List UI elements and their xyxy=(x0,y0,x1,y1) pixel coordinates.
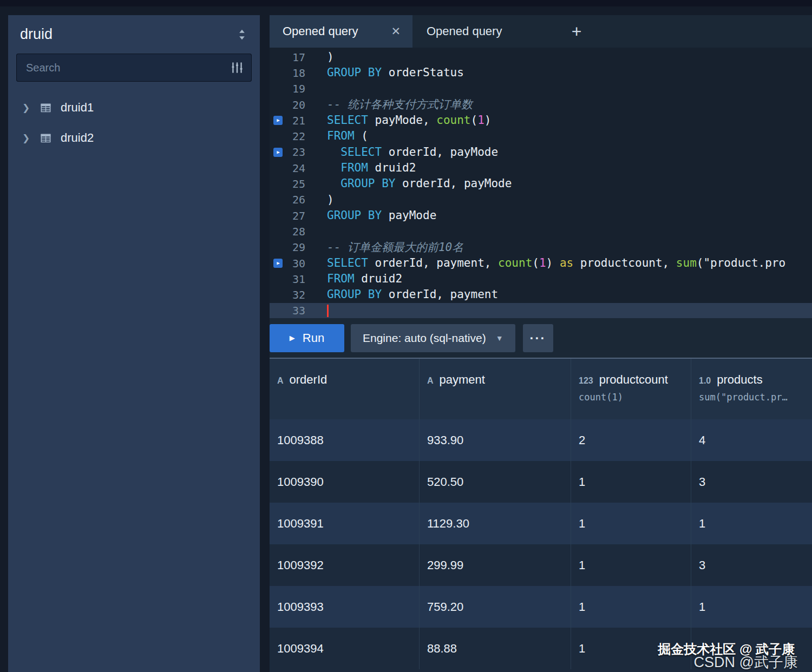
table-cell: 1009394 xyxy=(270,628,420,669)
text-cursor xyxy=(327,305,329,317)
code-text: FROM ( xyxy=(327,128,368,144)
close-tab-icon[interactable]: ✕ xyxy=(391,25,401,38)
search-box xyxy=(16,54,252,82)
column-type-icon: A xyxy=(277,376,284,386)
column-name: orderId xyxy=(290,373,328,387)
column-name: products xyxy=(717,373,762,387)
chevron-right-icon[interactable]: ❯ xyxy=(22,102,31,114)
code-line[interactable]: 22FROM ( xyxy=(270,128,812,144)
code-line[interactable]: 29-- 订单金额最大的前10名 xyxy=(270,240,812,255)
engine-select[interactable]: Engine: auto (sql-native) ▼ xyxy=(351,324,515,352)
code-token: count xyxy=(436,114,470,127)
filter-sliders-icon[interactable] xyxy=(230,61,244,75)
code-line[interactable]: 33 xyxy=(270,303,812,318)
column-header-products[interactable]: 1.0productssum("product.pr… xyxy=(691,359,812,419)
line-number: 29 xyxy=(283,241,305,254)
code-line[interactable]: 26) xyxy=(270,192,812,208)
code-token: druid2 xyxy=(355,272,403,285)
column-header-payment[interactable]: Apayment xyxy=(420,359,571,419)
code-line[interactable]: ▶23 SELECT orderId, payMode xyxy=(270,144,812,160)
code-token: SELECT xyxy=(327,114,368,127)
add-tab-button[interactable]: + xyxy=(547,15,606,48)
tab-bar: Opened query ✕ Opened query + xyxy=(270,15,812,48)
code-token: -- 订单金额最大的前10名 xyxy=(327,241,463,254)
gutter: 24 xyxy=(270,162,305,175)
gutter: 27 xyxy=(270,209,305,222)
run-button-label: Run xyxy=(303,331,324,345)
code-token: orderId, payment xyxy=(382,288,498,301)
code-text: ) xyxy=(327,192,334,208)
line-number: 21 xyxy=(283,114,305,127)
tab-opened-query-1[interactable]: Opened query ✕ xyxy=(270,15,412,48)
code-token: productcount, xyxy=(573,256,676,269)
double-caret-sort-icon[interactable] xyxy=(237,29,247,41)
code-token: orderStatus xyxy=(382,66,464,79)
main-panel: Opened query ✕ Opened query + 17)18GROUP… xyxy=(270,15,812,672)
datasource-name: druid1 xyxy=(61,101,94,115)
code-line[interactable]: 19 xyxy=(270,81,812,97)
more-options-button[interactable]: ··· xyxy=(523,324,553,352)
chevron-right-icon[interactable]: ❯ xyxy=(22,133,31,144)
play-icon: ▶ xyxy=(290,334,295,342)
table-cell: 933.90 xyxy=(420,419,571,461)
tab-opened-query-2[interactable]: Opened query xyxy=(412,15,547,48)
code-line[interactable]: 27GROUP BY payMode xyxy=(270,208,812,223)
code-line[interactable]: 28 xyxy=(270,223,812,239)
column-title: 1.0products xyxy=(699,373,812,387)
code-token: payMode, xyxy=(368,114,436,127)
code-token: 1 xyxy=(477,114,484,127)
code-text: -- 统计各种支付方式订单数 xyxy=(327,97,473,113)
line-number: 32 xyxy=(283,288,305,301)
sql-editor[interactable]: 17)18GROUP BY orderStatus1920-- 统计各种支付方式… xyxy=(270,48,812,318)
code-line[interactable]: ▶21SELECT payMode, count(1) xyxy=(270,113,812,128)
code-token: orderId, payMode xyxy=(395,177,512,190)
gutter: 19 xyxy=(270,82,305,95)
code-token: ( xyxy=(471,114,478,127)
line-number: 26 xyxy=(283,193,305,206)
table-cell: 1009390 xyxy=(270,461,420,503)
code-line[interactable]: 31FROM druid2 xyxy=(270,271,812,287)
results-body: 1009388933.90241009390520.50131009391112… xyxy=(270,419,812,672)
code-line[interactable]: 24 FROM druid2 xyxy=(270,160,812,176)
code-line[interactable]: 32GROUP BY orderId, payment xyxy=(270,287,812,302)
table-row: 1009390520.5013 xyxy=(270,461,812,503)
code-text: ) xyxy=(327,49,334,65)
table-row: 1009393759.2011 xyxy=(270,586,812,628)
table-icon xyxy=(40,132,52,144)
gutter: 33 xyxy=(270,304,305,317)
column-header-productcount[interactable]: 123productcountcount(1) xyxy=(571,359,691,419)
code-line[interactable]: 25 GROUP BY orderId, payMode xyxy=(270,176,812,192)
watermark-csdn: CSDN @武子康 xyxy=(694,653,798,672)
run-query-icon[interactable]: ▶ xyxy=(273,116,283,125)
table-cell: 1 xyxy=(571,503,691,544)
code-text: FROM druid2 xyxy=(327,271,402,287)
code-token: FROM xyxy=(327,129,355,142)
schema-title: druid xyxy=(20,26,53,43)
code-text: SELECT orderId, payMode xyxy=(327,144,498,160)
sidebar-item-druid1[interactable]: ❯druid1 xyxy=(8,93,260,123)
run-button[interactable]: ▶ Run xyxy=(270,324,344,352)
code-line[interactable]: ▶30SELECT orderId, payment, count(1) as … xyxy=(270,255,812,271)
sidebar-item-druid2[interactable]: ❯druid2 xyxy=(8,123,260,153)
code-line[interactable]: 17) xyxy=(270,49,812,65)
column-header-orderId[interactable]: AorderId xyxy=(270,359,420,419)
code-line[interactable]: 20-- 统计各种支付方式订单数 xyxy=(270,97,812,113)
code-token: ) xyxy=(484,114,492,127)
table-cell: 3 xyxy=(691,544,812,586)
query-controls: ▶ Run Engine: auto (sql-native) ▼ ··· xyxy=(270,318,812,358)
code-line[interactable]: 18GROUP BY orderStatus xyxy=(270,65,812,81)
results-header: AorderIdApayment123productcountcount(1)1… xyxy=(270,359,812,419)
line-number: 19 xyxy=(283,82,305,95)
code-token: GROUP BY xyxy=(340,177,395,190)
line-number: 23 xyxy=(283,146,305,159)
code-token: GROUP BY xyxy=(327,209,382,222)
table-cell: 2 xyxy=(571,419,691,461)
datasource-tree: ❯druid1❯druid2 xyxy=(8,93,260,153)
search-input[interactable] xyxy=(16,54,252,82)
line-number: 30 xyxy=(283,257,305,270)
run-query-icon[interactable]: ▶ xyxy=(273,148,283,157)
code-token: payMode xyxy=(382,209,436,222)
code-token: GROUP BY xyxy=(327,66,382,79)
play-icon: ▶ xyxy=(277,118,279,123)
run-query-icon[interactable]: ▶ xyxy=(273,259,283,268)
